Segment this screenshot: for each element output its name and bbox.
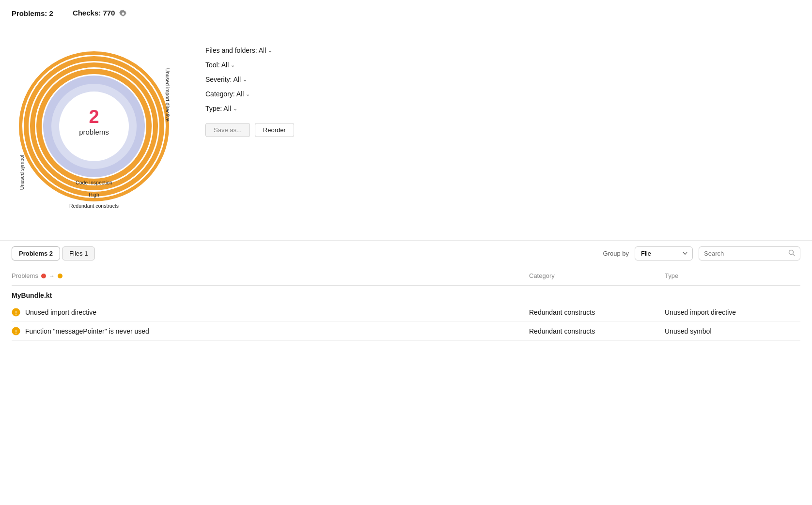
group-by-label: Group by <box>603 250 629 257</box>
problem-text: Function "messagePointer" is never used <box>25 327 149 335</box>
arrow-icon: → <box>49 273 55 279</box>
problems-count: Problems: 2 <box>12 9 53 17</box>
svg-line-20 <box>793 254 795 256</box>
svg-text:Code Inspection: Code Inspection <box>76 180 112 185</box>
top-bar: Problems: 2 Checks: 770 <box>0 0 812 22</box>
table-header: Problems → Category Type <box>12 266 800 286</box>
search-box[interactable] <box>699 246 800 260</box>
gear-icon[interactable] <box>119 10 127 17</box>
chevron-down-icon: ⌄ <box>243 77 247 83</box>
warning-icon: ! <box>12 308 20 317</box>
type-cell: Unused import directive <box>665 308 800 316</box>
problem-text: Unused import directive <box>25 308 96 316</box>
chart-container: 2 problems Unused symbol Unused import d… <box>12 27 176 230</box>
header-problems: Problems → <box>12 270 529 281</box>
donut-chart: 2 problems Unused symbol Unused import d… <box>12 27 176 230</box>
category-cell: Redundant constructs <box>529 327 665 335</box>
chevron-down-icon: ⌄ <box>268 47 272 54</box>
search-input[interactable] <box>704 250 785 257</box>
filter-tool[interactable]: Tool: All ⌄ <box>205 61 341 69</box>
filter-buttons: Save as... Reorder <box>205 123 341 137</box>
problem-cell: ! Function "messagePointer" is never use… <box>12 327 529 336</box>
file-group-header: MyBundle.kt <box>12 286 800 303</box>
filters-area: Files and folders: All ⌄ Tool: All ⌄ Sev… <box>205 27 341 137</box>
svg-text:High: High <box>89 192 99 198</box>
header-type: Type <box>665 270 800 281</box>
svg-text:problems: problems <box>79 128 109 136</box>
tabs-and-controls: Problems 2 Files 1 Group by File Categor… <box>12 241 800 266</box>
save-as-button[interactable]: Save as... <box>205 123 250 137</box>
search-icon <box>788 249 795 258</box>
table-area: Problems → Category Type MyBundle.kt ! U… <box>12 266 800 341</box>
svg-point-0 <box>122 13 124 15</box>
reorder-button[interactable]: Reorder <box>255 123 294 137</box>
tabs: Problems 2 Files 1 <box>12 246 95 260</box>
table-row: ! Function "messagePointer" is never use… <box>12 322 800 341</box>
group-by-select[interactable]: File Category Severity Type <box>635 246 693 260</box>
severity-warning-dot <box>58 274 62 278</box>
bottom-section: Problems 2 Files 1 Group by File Categor… <box>0 240 812 341</box>
svg-text:2: 2 <box>89 107 99 127</box>
controls-right: Group by File Category Severity Type <box>603 246 800 260</box>
svg-text:Unused symbol: Unused symbol <box>19 155 25 190</box>
filter-severity[interactable]: Severity: All ⌄ <box>205 76 341 83</box>
filter-files-and-folders[interactable]: Files and folders: All ⌄ <box>205 46 341 54</box>
chevron-down-icon: ⌄ <box>246 91 250 97</box>
chevron-down-icon: ⌄ <box>231 62 235 68</box>
svg-text:Redundant constructs: Redundant constructs <box>69 203 119 209</box>
main-content: 2 problems Unused symbol Unused import d… <box>0 22 812 240</box>
tab-files[interactable]: Files 1 <box>62 246 95 260</box>
filter-category[interactable]: Category: All ⌄ <box>205 90 341 98</box>
warning-icon: ! <box>12 327 20 336</box>
type-cell: Unused symbol <box>665 327 800 335</box>
chevron-down-icon: ⌄ <box>233 106 237 112</box>
problem-cell: ! Unused import directive <box>12 308 529 317</box>
svg-text:Unused import directive: Unused import directive <box>165 68 171 122</box>
table-row: ! Unused import directive Redundant cons… <box>12 303 800 322</box>
header-category: Category <box>529 270 665 281</box>
filter-type[interactable]: Type: All ⌄ <box>205 105 341 112</box>
problems-indicator: Problems → <box>12 272 529 279</box>
svg-text:!: ! <box>15 310 17 316</box>
severity-error-dot <box>41 274 46 278</box>
category-cell: Redundant constructs <box>529 308 665 316</box>
svg-text:!: ! <box>15 329 17 335</box>
tab-problems[interactable]: Problems 2 <box>12 246 60 260</box>
checks-count: Checks: 770 <box>73 9 127 17</box>
